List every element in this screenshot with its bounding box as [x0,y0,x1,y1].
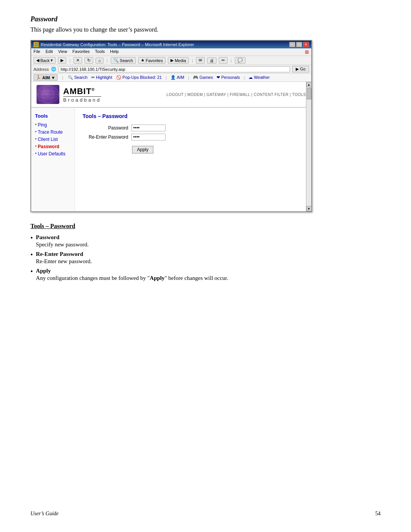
links-aim[interactable]: 👤 AIM [170,75,184,80]
footer-guide: User’s Guide [30,511,59,517]
bullet-user-defaults: • [35,151,37,157]
apply-button[interactable]: Apply [132,146,153,153]
toolbar-sep1: | [69,58,70,63]
links-weather[interactable]: ☁ Weather [249,75,269,80]
content-title: Tools – Password [83,113,304,119]
scroll-down-arrow[interactable]: ▼ [306,206,312,211]
print-button[interactable]: 🖨 [207,58,217,64]
scroll-track [306,87,311,206]
bullet-reenter-desc: Re-Enter new password. [36,258,381,265]
aim-button[interactable]: 🏃 AIM ▼ [33,74,57,81]
favorites-button[interactable]: ★ Favorites [138,57,166,64]
sidebar-link-trace-route[interactable]: Trace Route [38,129,63,135]
page-header: AMBIT® Broadband LOGOUT | MODEM | GATEWA… [31,82,311,108]
links-popups[interactable]: 🚫 Pop-Ups Blocked: 21 [116,75,162,80]
sidebar-item-user-defaults[interactable]: • User Defaults [35,151,71,157]
browser-toolbar: ◀ Back ▾ ▶ | ✕ ↻ ⌂ | 🔍 Search ★ Favorite… [31,56,311,65]
bullet-dot-3: • [30,268,33,276]
links-sep3: | [188,75,189,80]
stop-icon: ✕ [76,58,80,63]
titlebar-text: Residential Gateway Configuration: Tools… [41,42,194,47]
minimize-button[interactable]: − [289,42,295,47]
sidebar-item-ping[interactable]: • Ping [35,122,71,128]
menu-edit[interactable]: Edit [46,49,53,55]
back-button[interactable]: ◀ Back ▾ [33,57,56,64]
page-footer: User’s Guide 54 [30,511,381,517]
stop-button[interactable]: ✕ [73,57,82,64]
browser-addressbar: Address 🌐 ▶ Go [31,65,311,73]
bullet-password: • [35,144,37,149]
sidebar-item-trace-route[interactable]: • Trace Route [35,129,71,135]
scroll-thumb[interactable] [307,88,311,99]
menu-file[interactable]: File [33,49,40,55]
sidebar-item-client-list[interactable]: • Client List [35,136,71,142]
toolbar-sep3: | [192,58,193,63]
menu-favorites[interactable]: Favorites [72,49,89,55]
messenger-button[interactable]: 💬 [235,57,245,64]
links-highlight[interactable]: ✏ Highlight [91,75,112,80]
browser-linksbar: 🏃 AIM ▼ | 🔍 Search ✏ Highlight 🚫 Pop-Ups… [31,73,311,82]
go-button[interactable]: ▶ Go [292,66,309,72]
sidebar-link-user-defaults[interactable]: User Defaults [38,151,65,157]
media-icon: ▶ [170,58,174,63]
menu-tools[interactable]: Tools [95,49,105,55]
address-icon: 🌐 [51,67,56,72]
sidebar-link-client-list[interactable]: Client List [38,137,58,142]
edit-button[interactable]: ✏ [219,57,228,64]
address-label: Address [33,67,49,72]
aim-icon: 🏃 [36,75,41,80]
links-sep4: | [244,75,245,80]
sidebar-item-password[interactable]: • Password [35,144,71,149]
bullet-ping: • [35,122,37,128]
bullet-apply-term: Apply [36,268,51,274]
reenter-input[interactable] [131,134,166,141]
sidebar-link-ping[interactable]: Ping [38,122,47,128]
links-sep: | [62,75,63,80]
home-button[interactable]: ⌂ [96,58,104,64]
ambit-text: AMBIT® Broadband [63,86,101,103]
bullet-apply-desc: Any configuration changes must be follow… [36,275,381,281]
scrollbar[interactable]: ▲ ▼ [306,82,311,211]
ie-icon: 🌐 [33,42,39,47]
links-sep2: | [166,75,167,80]
menu-view[interactable]: View [58,49,67,55]
bullet-dot-2: • [30,251,33,259]
bullet-password-content: Password Specify new password. [36,234,381,248]
links-games[interactable]: 🎮 Games [193,75,213,80]
mail-button[interactable]: ✉ [196,57,205,64]
go-arrow-icon: ▶ [296,67,299,71]
main-layout: Tools • Ping • Trace Route • Client List… [31,108,311,211]
globe-image [37,85,59,104]
links-personals[interactable]: ❤ Personals [217,75,240,80]
back-dropdown-icon: ▾ [51,58,53,63]
bullet-apply-item: • Apply Any configuration changes must b… [30,268,381,281]
maximize-button[interactable]: □ [296,42,302,47]
password-input[interactable] [131,125,166,131]
sidebar-link-password[interactable]: Password [38,144,59,149]
media-button[interactable]: ▶ Media [168,57,189,64]
password-row: Password [83,125,304,131]
browser-window: 🌐 Residential Gateway Configuration: Too… [30,40,312,212]
bullet-password-item: • Password Specify new password. [30,234,381,248]
address-input[interactable] [59,66,290,72]
nav-links: LOGOUT | MODEM | GATEWAY | FIREWALL | CO… [166,93,306,97]
menu-help[interactable]: Help [110,49,119,55]
refresh-button[interactable]: ↻ [84,57,93,64]
back-arrow-icon: ◀ [36,58,39,63]
forward-arrow-icon: ▶ [61,58,64,63]
close-button[interactable]: ✕ [303,42,309,47]
logo-area: AMBIT® Broadband [37,85,101,104]
content-panel: Tools – Password Password Re-Enter Passw… [75,108,311,211]
windows-logo: ⊞ [305,49,309,55]
titlebar-left: 🌐 Residential Gateway Configuration: Too… [33,42,194,47]
forward-button[interactable]: ▶ [58,57,66,64]
ambit-brand: AMBIT® [63,86,95,96]
scroll-up-arrow[interactable]: ▲ [306,82,312,87]
star-icon: ★ [141,58,145,63]
password-field-label: Password [83,125,128,131]
bullet-reenter-item: • Re-Enter Password Re-Enter new passwor… [30,251,381,265]
search-button[interactable]: 🔍 Search [111,57,136,64]
refresh-icon: ↻ [87,58,91,63]
titlebar-buttons: − □ ✕ [289,42,309,47]
links-search[interactable]: 🔍 Search [68,75,88,80]
